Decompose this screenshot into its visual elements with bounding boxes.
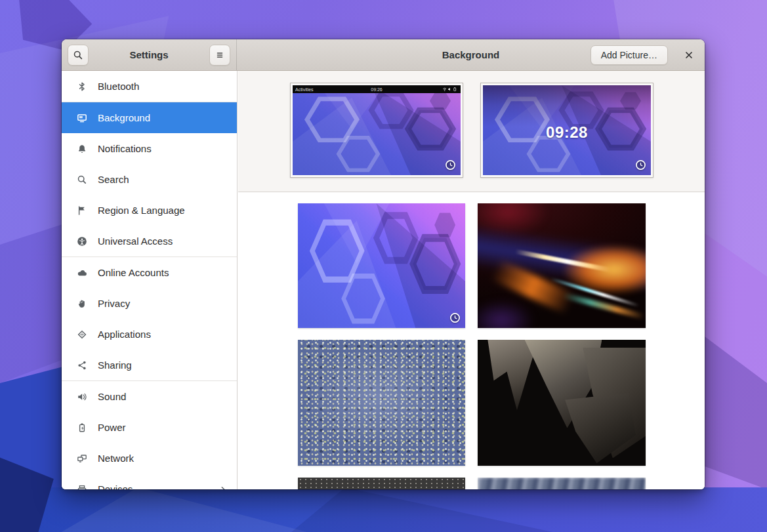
sidebar-item-label: Privacy (98, 298, 130, 309)
hexagon-wallpaper (293, 85, 461, 175)
close-button[interactable] (681, 47, 697, 63)
forest-wallpaper (298, 340, 465, 466)
sidebar-item-label: Universal Access (98, 235, 173, 247)
sidebar-item-bluetooth[interactable]: Bluetooth (62, 71, 237, 102)
clock-badge-icon (635, 159, 646, 171)
sidebar-item-label: Devices (98, 483, 133, 489)
sidebar-item-devices[interactable]: Devices (62, 474, 237, 489)
close-icon (684, 50, 694, 60)
search-icon (76, 174, 88, 185)
speaker-icon (76, 392, 88, 402)
desktop-background-preview[interactable]: Activities 09:26 (290, 83, 463, 178)
lock-screen-clock: 09:28 (483, 123, 651, 142)
dots-wallpaper (298, 478, 465, 489)
background-panel: Activities 09:26 (238, 71, 705, 489)
settings-window: Settings Background Add Picture… (62, 39, 705, 489)
display-icon (76, 113, 88, 123)
wallpaper-thumbnail-light-refraction[interactable] (478, 203, 646, 328)
wallpaper-bottom-band (0, 487, 767, 532)
mini-status-icons (442, 87, 458, 92)
leaves-wallpaper (478, 340, 646, 466)
sidebar-item-label: Applications (98, 329, 151, 340)
cloud-icon (76, 268, 88, 278)
sidebar-item-label: Region & Language (98, 205, 185, 216)
mini-clock: 09:26 (293, 87, 461, 92)
hamburger-menu-icon (215, 50, 225, 60)
bluetooth-icon (76, 81, 88, 92)
wallpaper-thumbnail-weave[interactable] (478, 478, 646, 489)
sidebar-item-label: Network (98, 453, 134, 464)
hexagon-wallpaper (298, 203, 465, 328)
sidebar-item-label: Background (98, 112, 150, 123)
sidebar-item-universal-access[interactable]: Universal Access (62, 226, 237, 256)
refraction-wallpaper (478, 203, 646, 328)
wallpaper-thumbnail-leaves[interactable] (478, 340, 646, 466)
headerbar-left: Settings (62, 39, 237, 70)
chevron-right-icon (218, 485, 228, 490)
sidebar-item-label: Online Accounts (98, 267, 169, 278)
sidebar-item-label: Search (98, 174, 129, 185)
sidebar-item-label: Sharing (98, 359, 132, 371)
sidebar-item-label: Power (98, 422, 126, 433)
sidebar-item-privacy[interactable]: Privacy (62, 288, 237, 319)
sidebar-item-network[interactable]: Network (62, 443, 237, 474)
printer-icon (76, 484, 88, 490)
wallpaper-thumbnail-forest[interactable] (298, 340, 465, 466)
network-icon (76, 453, 88, 464)
weave-wallpaper (478, 478, 646, 489)
clock-badge-icon (449, 312, 461, 323)
sidebar-item-label: Notifications (98, 143, 152, 154)
background-preview-section: Activities 09:26 (238, 71, 705, 192)
flag-icon (76, 205, 88, 216)
sidebar-item-applications[interactable]: Applications (62, 319, 237, 350)
bell-icon (76, 144, 88, 154)
wallpaper-thumbnail-dots[interactable] (298, 478, 465, 489)
sidebar-item-sound[interactable]: Sound (62, 381, 237, 412)
headerbar-right: Background Add Picture… (237, 39, 705, 70)
accessibility-icon (76, 236, 88, 247)
share-icon (76, 360, 88, 371)
sidebar-item-region-language[interactable]: Region & Language (62, 195, 237, 226)
search-icon (73, 50, 83, 60)
sidebar-item-sharing[interactable]: Sharing (62, 350, 237, 380)
headerbar: Settings Background Add Picture… (62, 39, 705, 71)
sidebar-item-power[interactable]: Power (62, 412, 237, 443)
wallpaper-thumbnail-hexagons[interactable] (298, 203, 465, 328)
search-button[interactable] (68, 45, 89, 66)
applications-icon (76, 329, 88, 340)
sidebar-item-online-accounts[interactable]: Online Accounts (62, 257, 237, 288)
sidebar-item-label: Sound (98, 391, 126, 402)
sidebar-item-notifications[interactable]: Notifications (62, 133, 237, 164)
add-picture-button[interactable]: Add Picture… (591, 45, 668, 65)
activities-label: Activities (295, 87, 314, 92)
clock-badge-icon (445, 159, 456, 171)
mini-top-bar: Activities 09:26 (293, 85, 461, 93)
sidebar-item-label: Bluetooth (98, 81, 139, 92)
hand-icon (76, 298, 88, 309)
desktop-wallpaper: Settings Background Add Picture… (0, 0, 767, 532)
sidebar-item-search[interactable]: Search (62, 164, 237, 195)
battery-icon (76, 422, 88, 433)
sidebar: Bluetooth Background Notifications Searc… (62, 71, 238, 489)
sidebar-item-background[interactable]: Background (62, 102, 237, 133)
lock-screen-background-preview[interactable]: 09:28 (480, 83, 653, 178)
menu-button[interactable] (209, 45, 230, 66)
